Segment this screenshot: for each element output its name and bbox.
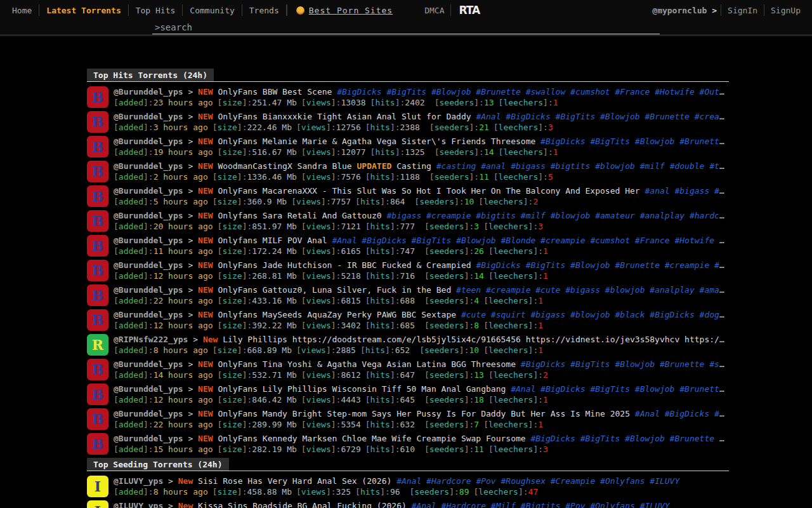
- torrent-title-line[interactable]: @Burunddel_yps > NEW WoodmanCastingX San…: [114, 161, 729, 171]
- torrent-tags[interactable]: #Anal #BigDicks #BigTits #Blowjob #Blond…: [332, 236, 729, 245]
- torrent-lines: @ILUVY_yps > New Kissa Sins Roadside BG …: [114, 500, 729, 508]
- uploader-link[interactable]: @Burunddel_yps: [114, 87, 183, 97]
- uploader-link[interactable]: @Burunddel_yps: [114, 384, 183, 394]
- nav-item-top-hits[interactable]: Top Hits: [129, 4, 183, 17]
- torrent-title[interactable]: OnlyFans Bianxxxkie Tight Asian Anal Slu…: [218, 112, 471, 121]
- torrent-title-line[interactable]: @Burunddel_yps > NEW OnlyFans Melanie Ma…: [114, 136, 729, 147]
- torrent-tags[interactable]: #Anal #Hardcore #Pov #Roughsex #Creampie…: [396, 476, 679, 486]
- uploader-link[interactable]: @Burunddel_yps: [114, 285, 183, 295]
- signin-link[interactable]: SignIn: [721, 4, 764, 17]
- uploader-avatar[interactable]: B: [87, 284, 108, 306]
- uploader-avatar[interactable]: B: [87, 309, 108, 331]
- torrent-tags[interactable]: #bigass #creampie #bigtits #milf #blowjo…: [386, 211, 729, 220]
- torrent-title[interactable]: Onlyfans MILF POV Anal: [218, 236, 327, 245]
- torrent-title-line[interactable]: @Burunddel_yps > NEW OnlyFans BBW Best S…: [114, 86, 729, 97]
- torrent-title-line[interactable]: @Burunddel_yps > NEW Onlyfans Sara Retal…: [114, 210, 729, 221]
- torrent-tags[interactable]: #BigDicks #BigTits #Blowjob #Brunette #s…: [521, 359, 729, 369]
- signup-link[interactable]: SignUp: [764, 4, 807, 17]
- torrent-title-line[interactable]: @Burunddel_yps > NEW OnlyFans Tina Yoshi…: [114, 359, 729, 370]
- torrent-tags[interactable]: #Anal #BigDicks #BigTits …: [635, 409, 729, 418]
- torrent-title[interactable]: OnlyFans Lily Phillips Wisconsin Tiff 50…: [218, 384, 506, 394]
- uploader-link[interactable]: @Burunddel_yps: [114, 359, 183, 369]
- nav-item-home[interactable]: Home: [5, 4, 39, 17]
- torrent-meta-line: [added]:19 hours ago[size]:516.67 Mb[vie…: [114, 147, 729, 157]
- torrent-title-line[interactable]: @Burunddel_yps > NEW OnlyFans Gattouz0, …: [114, 284, 729, 295]
- torrent-tags[interactable]: #Anal #BigDicks #BigTits #Blowjob #Brune…: [511, 384, 729, 394]
- bracket: [: [424, 420, 429, 429]
- dmca-link[interactable]: DMCA: [418, 4, 450, 17]
- torrent-title[interactable]: Kissa Sins Roadside BG Anal Fucking (202…: [198, 501, 407, 508]
- torrent-tags[interactable]: #BigDicks #BigTits #Blowjob #Brunette #s…: [530, 434, 729, 443]
- torrent-title-line[interactable]: @Burunddel_yps > NEW OnlyFans Bianxxxkie…: [114, 111, 729, 122]
- rta-logo[interactable]: RTA: [459, 4, 480, 17]
- uploader-link[interactable]: @Burunddel_yps: [114, 409, 183, 418]
- uploader-avatar[interactable]: B: [87, 408, 108, 430]
- torrent-tags[interactable]: #BigDicks #BigTits #Blowjob #Brunette #c…: [476, 260, 729, 270]
- torrent-tags[interactable]: #Anal #Hardcore #Milf #Bigtits #Pov #Onl…: [412, 501, 670, 508]
- torrent-title[interactable]: OnlyFans Mandy Bright Step-mom Says Her …: [218, 409, 630, 418]
- torrent-title[interactable]: Onlyfans MaySeeds AquaZay Perky PAWG BBC…: [218, 310, 456, 319]
- uploader-avatar[interactable]: B: [87, 433, 108, 455]
- uploader-link[interactable]: @Burunddel_yps: [114, 161, 183, 171]
- search-input[interactable]: [152, 20, 660, 34]
- uploader-link[interactable]: @Burunddel_yps: [114, 137, 183, 146]
- uploader-avatar[interactable]: I: [87, 500, 108, 508]
- uploader-avatar[interactable]: B: [87, 235, 108, 257]
- torrent-title-line[interactable]: @Burunddel_yps > NEW OnlyFans Mandy Brig…: [114, 408, 729, 419]
- nav-item-latest-torrents[interactable]: Latest Torrents: [39, 4, 128, 17]
- torrent-title[interactable]: WoodmanCastingX Sandra Blue: [218, 161, 357, 171]
- uploader-avatar[interactable]: B: [87, 185, 108, 207]
- torrent-tags[interactable]: #casting #anal #bigass #bigtits #blowjob…: [436, 161, 729, 171]
- uploader-avatar[interactable]: B: [87, 136, 108, 157]
- torrent-tags[interactable]: #BigDicks #BigTits #Blowjob #Brunette #s…: [540, 137, 729, 146]
- torrent-title[interactable]: OnlyFans Melanie Marie & Agatha Vega Sis…: [218, 137, 535, 146]
- torrent-title-line[interactable]: @ILUVY_yps > New Sisi Rose Has Very Hard…: [114, 476, 729, 486]
- uploader-link[interactable]: @Burunddel_yps: [114, 186, 183, 196]
- uploader-avatar[interactable]: B: [87, 111, 108, 133]
- uploader-link[interactable]: @RIPNsfw222_yps: [114, 335, 188, 344]
- uploader-avatar[interactable]: B: [87, 384, 108, 405]
- uploader-link[interactable]: @Burunddel_yps: [114, 112, 183, 121]
- torrent-title[interactable]: OnlyFans MacarenaXXX - This Slut Was So …: [218, 186, 639, 196]
- uploader-link[interactable]: @Burunddel_yps: [114, 236, 183, 245]
- torrent-title[interactable]: Onlyfans Sara Retali And Gattouz0: [218, 211, 381, 220]
- uploader-avatar[interactable]: B: [87, 86, 108, 108]
- torrent-title-line[interactable]: @Burunddel_yps > NEW OnlyFans MacarenaXX…: [114, 185, 729, 196]
- torrent-tags[interactable]: #anal #bigass #interrac…: [645, 186, 729, 196]
- torrent-title-line[interactable]: @RIPNsfw222_yps > New Lily Phillips http…: [114, 334, 729, 345]
- uploader-avatar[interactable]: B: [87, 359, 108, 380]
- uploader-link[interactable]: @Burunddel_yps: [114, 260, 183, 270]
- torrent-title-line[interactable]: @Burunddel_yps > NEW Onlyfans MILF POV A…: [114, 235, 729, 246]
- best-porn-sites-link[interactable]: Best Porn Sites: [296, 6, 393, 15]
- uploader-link[interactable]: @Burunddel_yps: [114, 310, 183, 319]
- nav-item-community[interactable]: Community: [183, 4, 241, 17]
- uploader-avatar[interactable]: B: [87, 161, 108, 182]
- uploader-avatar[interactable]: R: [87, 334, 108, 356]
- torrent-title-line[interactable]: @ILUVY_yps > New Kissa Sins Roadside BG …: [114, 500, 729, 508]
- uploader-link[interactable]: @ILUVY_yps: [114, 476, 163, 486]
- torrent-title[interactable]: Casting: [391, 161, 431, 171]
- torrent-title[interactable]: OnlyFans Gattouz0, Luna Silver, Fuck in …: [218, 285, 451, 295]
- torrent-title[interactable]: Lily Phillips https://doodstream.com/e/l…: [223, 335, 729, 344]
- torrent-tags[interactable]: #cute #squirt #bigass #blowjob #black #B…: [461, 310, 729, 319]
- torrent-title-line[interactable]: @Burunddel_yps > NEW Onlyfans MaySeeds A…: [114, 309, 729, 320]
- uploader-avatar[interactable]: B: [87, 260, 108, 281]
- torrent-title[interactable]: OnlyFans Kennedy Marksen Chloe Mae Wife …: [218, 434, 525, 443]
- torrent-title[interactable]: OnlyFans BBW Best Scene: [218, 87, 332, 97]
- torrent-title-line[interactable]: @Burunddel_yps > NEW OnlyFans Kennedy Ma…: [114, 433, 729, 444]
- uploader-avatar[interactable]: B: [87, 210, 108, 232]
- uploader-link[interactable]: @Burunddel_yps: [114, 434, 183, 443]
- torrent-tags[interactable]: #BigDicks #BigTits #Blowjob #Brunette #s…: [337, 87, 729, 97]
- nav-item-trends[interactable]: Trends: [242, 4, 286, 17]
- uploader-link[interactable]: @Burunddel_yps: [114, 211, 183, 220]
- uploader-link[interactable]: @ILUVY_yps: [114, 501, 163, 508]
- uploader-avatar[interactable]: I: [87, 476, 108, 497]
- torrent-title-line[interactable]: @Burunddel_yps > NEW OnlyFans Jade Hutch…: [114, 260, 729, 271]
- torrent-title[interactable]: Sisi Rose Has Very Hard Anal Sex (2026): [198, 476, 391, 486]
- torrent-title[interactable]: OnlyFans Jade Hutchison - IR BBC Fucked …: [218, 260, 471, 270]
- account-link[interactable]: @mypornclub >: [648, 4, 721, 17]
- torrent-title-line[interactable]: @Burunddel_yps > NEW OnlyFans Lily Phill…: [114, 384, 729, 394]
- torrent-tags[interactable]: #teen #creampie #cute #bigass #blowjob #…: [456, 285, 729, 295]
- torrent-tags[interactable]: #Anal #BigDicks #BigTits #Blowjob #Brune…: [476, 112, 729, 121]
- torrent-title[interactable]: OnlyFans Tina Yoshi & Agatha Vega Asian …: [218, 359, 516, 369]
